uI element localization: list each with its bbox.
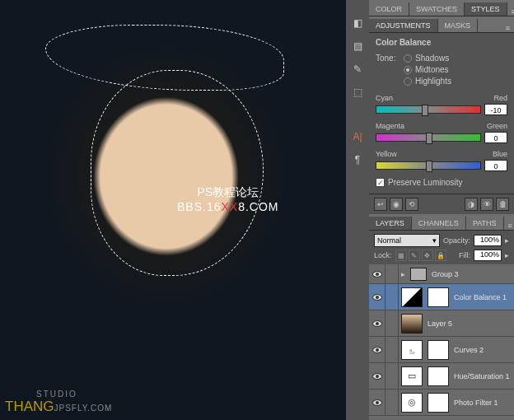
layer-thumb[interactable] bbox=[401, 314, 423, 334]
lock-pixels-icon[interactable]: ✎ bbox=[409, 250, 420, 261]
tab-masks[interactable]: MASKS bbox=[438, 19, 479, 32]
layers-panel: Normal▾ Opacity: 100% ▸ Lock: ▦ ✎ ✥ 🔒 Fi… bbox=[369, 231, 514, 420]
tab-layers[interactable]: LAYERS bbox=[369, 217, 412, 230]
panel-menu-icon[interactable]: ≡ bbox=[507, 7, 514, 16]
radio-icon bbox=[404, 54, 412, 63]
delete-icon[interactable]: 🗑 bbox=[496, 198, 509, 211]
opacity-label: Opacity: bbox=[443, 236, 470, 245]
eye-icon[interactable] bbox=[372, 347, 382, 353]
tab-color[interactable]: COLOR bbox=[369, 2, 409, 16]
panel-dock-strip: ◧ ▤ ✎ ⬚ A| ¶ bbox=[346, 0, 369, 420]
layer-name[interactable]: Hue/Saturation 1 bbox=[451, 372, 514, 380]
visibility-icon[interactable]: 👁 bbox=[480, 198, 493, 211]
radio-shadows[interactable]: Shadows bbox=[404, 54, 451, 63]
tab-styles[interactable]: STYLES bbox=[465, 2, 507, 16]
chevron-icon[interactable]: ▸ bbox=[505, 236, 509, 245]
layer-row[interactable]: Color Balance 1 bbox=[369, 284, 514, 310]
clip-icon[interactable]: ◑ bbox=[465, 198, 478, 211]
slider-thumb[interactable] bbox=[422, 105, 428, 116]
adjustment-thumb[interactable]: ⎁ bbox=[401, 340, 423, 360]
watermark-url: BBS.16XX8.COM bbox=[177, 200, 279, 213]
eye-icon[interactable] bbox=[372, 399, 382, 406]
layer-name[interactable]: Curves 2 bbox=[451, 346, 514, 354]
chevron-down-icon: ▾ bbox=[432, 236, 437, 245]
label-magenta: Magenta bbox=[376, 122, 404, 130]
checkbox-icon: ✓ bbox=[376, 178, 385, 187]
panel-menu-icon[interactable]: ≡ bbox=[502, 24, 514, 32]
radio-midtones[interactable]: Midtones bbox=[404, 65, 451, 74]
lock-transparency-icon[interactable]: ▦ bbox=[395, 250, 407, 261]
label-cyan: Cyan bbox=[376, 94, 393, 102]
adjustment-thumb[interactable]: ◎ bbox=[401, 393, 423, 413]
character-icon[interactable]: A| bbox=[349, 128, 366, 145]
eye-icon[interactable] bbox=[372, 373, 382, 380]
tab-channels[interactable]: CHANNELS bbox=[412, 217, 466, 230]
lock-position-icon[interactable]: ✥ bbox=[422, 250, 433, 261]
mask-thumb[interactable] bbox=[428, 366, 449, 386]
slider-yellow-blue[interactable] bbox=[376, 161, 481, 170]
actions-icon[interactable]: ▤ bbox=[349, 38, 366, 54]
slider-thumb[interactable] bbox=[426, 161, 432, 172]
reset-icon[interactable]: ⟲ bbox=[405, 198, 418, 211]
layer-name[interactable]: Photo Filter 1 bbox=[451, 399, 514, 407]
tab-paths[interactable]: PATHS bbox=[466, 217, 504, 230]
radio-highlights[interactable]: Highlights bbox=[404, 77, 451, 86]
clone-source-icon[interactable]: ⬚ bbox=[349, 84, 366, 100]
panel-menu-icon[interactable]: ≡ bbox=[504, 222, 514, 230]
mask-thumb[interactable] bbox=[428, 287, 449, 307]
fill-input[interactable]: 100% bbox=[474, 250, 502, 261]
radio-icon bbox=[404, 66, 412, 74]
layer-row[interactable]: ▭ Hue/Saturation 1 bbox=[369, 363, 514, 390]
eye-icon[interactable] bbox=[372, 320, 382, 327]
layer-row[interactable]: ⎁ Curves 2 bbox=[369, 337, 514, 363]
slider-magenta-green[interactable] bbox=[376, 133, 481, 142]
folder-icon bbox=[410, 268, 427, 281]
mask-thumb[interactable] bbox=[428, 393, 449, 413]
layer-row[interactable]: ◎ Photo Filter 1 bbox=[369, 390, 514, 416]
opacity-input[interactable]: 100% bbox=[474, 235, 502, 246]
adjustment-title: Color Balance bbox=[376, 38, 507, 47]
watermark-psfly: JPSFLY.COM bbox=[54, 404, 113, 413]
history-icon[interactable]: ◧ bbox=[349, 15, 366, 31]
tone-label: Tone: bbox=[376, 54, 399, 63]
layers-list[interactable]: ▸ Group 3 Color Balance 1 Layer 5 bbox=[369, 264, 514, 420]
fill-label: Fill: bbox=[459, 251, 470, 259]
return-icon[interactable]: ↩ bbox=[374, 198, 387, 211]
brush-icon[interactable]: ✎ bbox=[349, 61, 366, 77]
adjustments-tabs: ADJUSTMENTS MASKS ≡ bbox=[369, 16, 514, 33]
view-previous-icon[interactable]: ◉ bbox=[390, 198, 403, 211]
layer-name[interactable]: Color Balance 1 bbox=[451, 293, 514, 301]
preserve-luminosity-checkbox[interactable]: ✓ Preserve Luminosity bbox=[376, 178, 507, 187]
selection-marquee bbox=[45, 25, 284, 91]
canvas-area[interactable]: PS教程论坛 BBS.16XX8.COM STUDIO THANGJPSFLY.… bbox=[0, 0, 346, 420]
slider-cyan-red[interactable] bbox=[376, 105, 481, 114]
watermark-bottom: STUDIO THANGJPSFLY.COM bbox=[5, 390, 112, 415]
lock-label: Lock: bbox=[374, 251, 392, 259]
blend-mode-select[interactable]: Normal▾ bbox=[374, 234, 440, 247]
selection-marquee bbox=[91, 70, 264, 276]
adjustment-thumb[interactable]: ▭ bbox=[401, 366, 423, 386]
radio-icon bbox=[404, 77, 412, 86]
tab-swatches[interactable]: SWATCHES bbox=[409, 2, 465, 16]
chevron-icon[interactable]: ▸ bbox=[505, 251, 509, 259]
layer-name[interactable]: Layer 5 bbox=[425, 320, 514, 328]
watermark-center: PS教程论坛 BBS.16XX8.COM bbox=[177, 185, 279, 213]
tab-adjustments[interactable]: ADJUSTMENTS bbox=[369, 19, 438, 32]
adjustment-thumb[interactable] bbox=[401, 287, 423, 307]
lock-all-icon[interactable]: 🔒 bbox=[435, 250, 446, 261]
disclosure-triangle-icon[interactable]: ▸ bbox=[399, 270, 408, 278]
value-magenta-green[interactable]: 0 bbox=[484, 132, 507, 143]
label-blue: Blue bbox=[493, 150, 507, 158]
layer-row[interactable]: Layer 5 bbox=[369, 310, 514, 337]
value-yellow-blue[interactable]: 0 bbox=[484, 160, 507, 171]
eye-icon[interactable] bbox=[372, 294, 382, 301]
mask-thumb[interactable] bbox=[428, 340, 449, 360]
eye-icon[interactable] bbox=[372, 271, 382, 278]
slider-thumb[interactable] bbox=[426, 133, 432, 144]
watermark-name: THANG bbox=[5, 399, 54, 414]
layer-group[interactable]: ▸ Group 3 bbox=[369, 264, 514, 284]
layer-name[interactable]: Group 3 bbox=[429, 270, 514, 278]
value-cyan-red[interactable]: -10 bbox=[484, 104, 507, 115]
paragraph-icon[interactable]: ¶ bbox=[349, 152, 366, 168]
document-image: PS教程论坛 BBS.16XX8.COM STUDIO THANGJPSFLY.… bbox=[0, 0, 346, 420]
